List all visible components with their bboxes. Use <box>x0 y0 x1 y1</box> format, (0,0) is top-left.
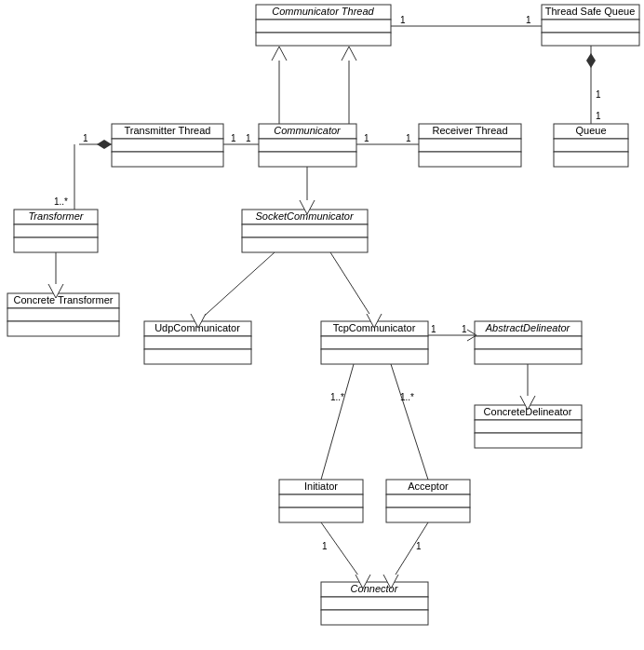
tcp-acceptor-label: 1..* <box>400 392 414 402</box>
socket-communicator-section1 <box>242 224 368 237</box>
abstract-delineator-section1 <box>475 336 582 349</box>
concrete-delineator-section2 <box>475 433 582 448</box>
socket-communicator-section2 <box>242 237 368 252</box>
acceptor-connector-label: 1 <box>416 541 422 551</box>
initiator-label: Initiator <box>304 481 338 492</box>
communicator-thread-section1 <box>256 20 391 33</box>
thread-safe-queue-section2 <box>542 33 639 46</box>
communicator-thread-label: Communicator Thread <box>272 6 374 17</box>
tsq-queue-label-2: 1 <box>596 111 601 121</box>
concrete-transformer-label: Concrete Transformer <box>14 294 114 305</box>
tcp-abstract-label-1: 1 <box>431 324 436 334</box>
communicator-label: Communicator <box>274 125 342 136</box>
tsq-queue-label-1: 1 <box>596 89 601 100</box>
transmitter-thread-section2 <box>112 152 223 167</box>
socket-udp-line <box>198 252 275 321</box>
connector-section2 <box>321 610 428 625</box>
generalization-arrow-transmitter <box>272 47 287 61</box>
initiator-section2 <box>279 508 363 522</box>
receiver-comm-label-2: 1 <box>364 133 369 143</box>
abstract-delineator-section2 <box>475 349 582 364</box>
generalization-arrow-receiver <box>342 47 356 61</box>
receiver-comm-label-1: 1 <box>406 133 411 143</box>
tcp-acceptor-line <box>391 364 428 480</box>
acceptor-section1 <box>386 494 470 508</box>
acceptor-connector-line <box>391 522 428 582</box>
udp-communicator-section2 <box>144 349 251 364</box>
abstract-delineator-label: AbstractDelineator <box>485 322 571 333</box>
initiator-section1 <box>279 494 363 508</box>
thread-safe-queue-section1 <box>542 20 639 33</box>
tcp-initiator-label: 1..* <box>330 392 344 402</box>
transmitter-comm-label-1: 1 <box>231 133 236 143</box>
transmitter-comm-label-2: 1 <box>246 133 251 143</box>
acceptor-label: Acceptor <box>408 481 449 492</box>
connector-section1 <box>321 597 428 610</box>
udp-communicator-section1 <box>144 336 251 349</box>
composition-diamond-transmitter <box>97 140 112 149</box>
composition-diamond-tsq <box>586 53 596 68</box>
transmitter-thread-section1 <box>112 139 223 152</box>
receiver-thread-section1 <box>419 139 521 152</box>
tcp-communicator-section2 <box>321 349 428 364</box>
queue-section1 <box>554 139 628 152</box>
transmitter-diamond-label-1: 1 <box>83 133 88 143</box>
tcp-abstract-label-2: 1 <box>462 324 467 334</box>
thread-safe-queue-label: Thread Safe Queue <box>545 6 636 17</box>
transformer-section1 <box>14 224 98 237</box>
queue-section2 <box>554 152 628 167</box>
acceptor-section2 <box>386 508 470 522</box>
concrete-transformer-section1 <box>7 308 119 321</box>
initiator-connector-line <box>321 522 363 582</box>
communicator-thread-section2 <box>256 33 391 46</box>
transformer-multiplicity: 1..* <box>54 196 68 207</box>
transmitter-thread-label: Transmitter Thread <box>125 125 211 136</box>
tcp-communicator-section1 <box>321 336 428 349</box>
communicator-section2 <box>259 152 356 167</box>
transformer-label: Transformer <box>28 210 84 222</box>
receiver-thread-label: Receiver Thread <box>432 125 507 136</box>
socket-tcp-line <box>330 252 374 321</box>
queue-label: Queue <box>575 125 606 136</box>
concrete-delineator-section1 <box>475 420 582 433</box>
comm-thread-tsq-label-1: 1 <box>400 15 406 25</box>
communicator-section1 <box>259 139 356 152</box>
concrete-transformer-section2 <box>7 321 119 336</box>
receiver-thread-section2 <box>419 152 521 167</box>
socket-communicator-label: SocketCommunicator <box>255 210 354 222</box>
transformer-section2 <box>14 237 98 252</box>
tcp-initiator-line <box>321 364 354 480</box>
comm-thread-tsq-label-2: 1 <box>526 15 531 25</box>
initiator-connector-label: 1 <box>322 541 328 551</box>
